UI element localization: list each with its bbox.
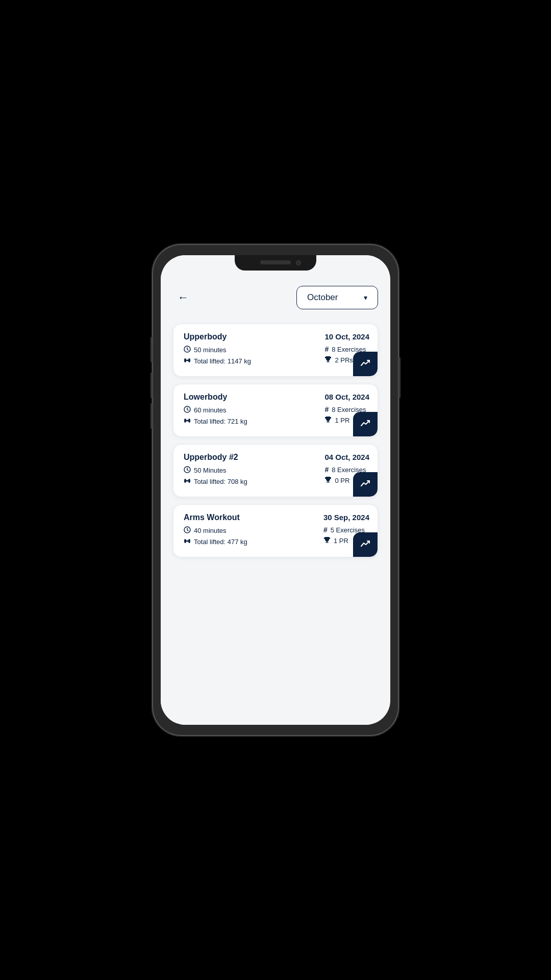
trophy-icon [324, 416, 332, 425]
workout-list: Upperbody 50 minutes [173, 324, 378, 557]
weight-row: Total lifted: 708 kg [184, 477, 247, 486]
back-arrow-icon: ← [178, 291, 189, 304]
duration-text: 50 minutes [194, 346, 227, 354]
notch [235, 255, 316, 271]
duration-text: 60 minutes [194, 406, 227, 414]
prs-text: 2 PRs [335, 356, 353, 364]
hash-icon: # [324, 405, 329, 413]
svg-rect-11 [187, 420, 188, 422]
prs-text: 1 PR [335, 416, 349, 424]
weight-icon [184, 537, 191, 546]
duration-row: 50 Minutes [184, 466, 247, 475]
trophy-icon [324, 476, 332, 485]
chart-button[interactable] [353, 472, 378, 497]
month-label: October [307, 292, 338, 303]
workout-date: 10 Oct, 2024 [324, 332, 369, 341]
phone-screen: ← October ▾ Upperbody 50 minutes [161, 255, 390, 725]
chart-icon [360, 478, 371, 492]
phone-frame: ← October ▾ Upperbody 50 minutes [153, 245, 398, 735]
workout-name: Arms Workout [184, 513, 247, 522]
trophy-icon [323, 536, 331, 545]
month-dropdown[interactable]: October ▾ [296, 286, 378, 309]
svg-point-15 [184, 479, 186, 483]
chart-icon [360, 538, 371, 552]
notch-pill [260, 260, 291, 264]
workout-card-left: Lowerbody 60 minutes [184, 393, 253, 428]
workout-name: Lowerbody [184, 393, 247, 402]
duration-row: 50 minutes [184, 346, 251, 354]
chart-icon [360, 418, 371, 431]
svg-point-22 [184, 539, 186, 543]
chart-icon [360, 357, 371, 371]
duration-text: 50 Minutes [194, 467, 227, 474]
hash-icon: # [323, 526, 328, 534]
workout-date: 04 Oct, 2024 [324, 453, 369, 461]
svg-rect-6 [327, 362, 330, 362]
weight-row: Total lifted: 721 kg [184, 417, 247, 426]
workout-card[interactable]: Lowerbody 60 minutes [173, 384, 378, 437]
chart-button[interactable] [353, 532, 378, 557]
total-lifted-text: Total lifted: 708 kg [194, 478, 247, 485]
duration-row: 60 minutes [184, 406, 247, 414]
weight-icon [184, 477, 191, 486]
svg-point-23 [188, 539, 190, 543]
chart-button[interactable] [353, 412, 378, 436]
svg-point-16 [188, 479, 190, 483]
workout-name: Upperbody [184, 332, 251, 341]
workout-card[interactable]: Upperbody #2 50 Minutes [173, 444, 378, 497]
trophy-icon [324, 356, 332, 364]
workout-date: 08 Oct, 2024 [324, 393, 369, 401]
workout-card[interactable]: Arms Workout 40 minutes [173, 504, 378, 557]
duration-text: 40 minutes [194, 527, 227, 534]
prs-text: 1 PR [334, 537, 348, 545]
notch-camera [296, 260, 301, 265]
total-lifted-text: Total lifted: 1147 kg [194, 357, 251, 365]
svg-rect-27 [325, 543, 329, 543]
chevron-down-icon: ▾ [364, 293, 367, 302]
header: ← October ▾ [173, 286, 378, 309]
svg-rect-26 [326, 542, 328, 543]
workout-card-left: Arms Workout 40 minutes [184, 513, 253, 549]
svg-rect-5 [328, 361, 329, 362]
screen-content: ← October ▾ Upperbody 50 minutes [161, 255, 390, 725]
svg-rect-13 [327, 422, 330, 423]
hash-icon: # [324, 345, 329, 353]
duration-row: 40 minutes [184, 526, 247, 535]
total-lifted-text: Total lifted: 477 kg [194, 538, 247, 546]
workout-card[interactable]: Upperbody 50 minutes [173, 324, 378, 377]
weight-row: Total lifted: 1147 kg [184, 357, 251, 365]
clock-icon [184, 466, 191, 475]
svg-rect-4 [187, 359, 188, 361]
total-lifted-text: Total lifted: 721 kg [194, 418, 247, 425]
workout-card-left: Upperbody 50 minutes [184, 332, 256, 368]
chart-button[interactable] [353, 352, 378, 376]
svg-point-8 [184, 419, 186, 423]
clock-icon [184, 406, 191, 414]
svg-point-9 [188, 419, 190, 423]
workout-card-left: Upperbody #2 50 Minutes [184, 453, 253, 488]
svg-point-2 [188, 358, 190, 362]
weight-icon [184, 357, 191, 365]
svg-point-1 [184, 358, 186, 362]
weight-row: Total lifted: 477 kg [184, 537, 247, 546]
prs-text: 0 PR [335, 477, 349, 484]
svg-rect-20 [327, 482, 330, 483]
back-button[interactable]: ← [173, 287, 193, 308]
svg-rect-19 [328, 481, 329, 482]
weight-icon [184, 417, 191, 426]
clock-icon [184, 346, 191, 354]
svg-rect-25 [187, 540, 188, 542]
clock-icon [184, 526, 191, 535]
svg-rect-12 [328, 421, 329, 422]
workout-date: 30 Sep, 2024 [323, 513, 369, 522]
workout-name: Upperbody #2 [184, 453, 247, 462]
hash-icon: # [324, 465, 329, 474]
svg-rect-18 [187, 480, 188, 482]
